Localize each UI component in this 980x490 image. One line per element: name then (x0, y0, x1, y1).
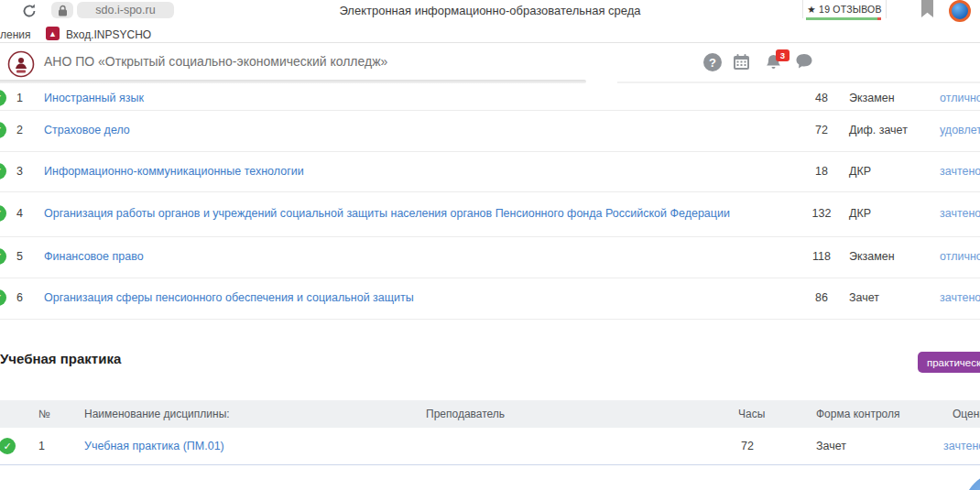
hours-value: 18 (808, 165, 835, 178)
section-title: Учебная практика (0, 351, 121, 366)
control-form: Экзамен (849, 92, 895, 104)
status-check-icon: ✓ (0, 205, 6, 222)
grade-link[interactable]: зачтено (940, 165, 980, 178)
discipline-link[interactable]: Иностранный язык (44, 91, 740, 105)
discipline-link[interactable]: Информационно-коммуникационные технологи… (44, 164, 740, 179)
status-check-icon: ✓ (0, 122, 6, 138)
grade-link[interactable]: отлично (940, 92, 980, 104)
row-number: 3 (16, 165, 23, 178)
col-header-grade: Оценка (953, 408, 980, 420)
row-number: 2 (16, 124, 23, 136)
college-logo-icon[interactable] (7, 50, 35, 78)
bookmark-item-cut[interactable]: ления (0, 28, 31, 41)
edit-fab-button[interactable] (964, 473, 980, 490)
discipline-link[interactable]: Финансовое право (44, 249, 740, 264)
status-check-icon: ✓ (0, 90, 6, 106)
table-row: ✓ 1 Учебная практика (ПМ.01) 72 Зачет за… (0, 428, 980, 465)
help-icon[interactable]: ? (703, 53, 722, 71)
status-check-icon: ✓ (0, 289, 6, 306)
status-check-icon: ✓ (0, 248, 6, 265)
bookmark-item-inpsycho[interactable]: Вход.INPSYCHO (66, 28, 151, 41)
table-header-row: № Наименование дисциплины: Преподаватель… (0, 400, 980, 428)
reviews-badge[interactable]: ★ 19 ОТЗЫВОВ (802, 0, 887, 18)
table-row: ✓ 6 Организация сферы пенсионного обеспе… (0, 278, 980, 320)
bookmarks-bar: ления ▲ Вход.INPSYCHO (0, 25, 980, 43)
control-form: Зачет (816, 440, 846, 452)
grade-link[interactable]: удовлетворительно (940, 124, 980, 136)
table-row: ✓ 2 Страховое дело 72 Диф. зачет удовлет… (0, 110, 980, 152)
row-number: 1 (16, 92, 23, 104)
discipline-link[interactable]: Организация работы органов и учреждений … (44, 206, 740, 221)
status-check-icon: ✓ (0, 438, 16, 454)
col-header-hours: Часы (738, 408, 765, 420)
table-row: ✓ 4 Организация работы органов и учрежде… (0, 191, 980, 237)
hours-value: 132 (808, 207, 835, 220)
col-header-name: Наименование дисциплины: (84, 408, 230, 420)
status-check-icon: ✓ (0, 163, 6, 180)
row-number: 5 (16, 250, 23, 263)
site-header: АНО ПО «Открытый социально-экономический… (0, 46, 980, 82)
col-header-num: № (38, 408, 50, 420)
practice-type-badge: практическое (918, 352, 980, 373)
discipline-link[interactable]: Страховое дело (44, 123, 740, 137)
browser-toolbar: sdo.i-spo.ru Электронная информационно-о… (0, 0, 980, 25)
row-number: 6 (16, 291, 23, 304)
calendar-icon[interactable] (733, 53, 751, 71)
header-shadow (0, 80, 586, 83)
table-row: ✓ 1 Иностранный язык 48 Экзамен отлично (0, 87, 980, 111)
hours-value: 72 (741, 440, 754, 452)
chat-bubble-icon[interactable] (795, 53, 813, 71)
reviews-rating-bar (806, 17, 881, 20)
row-number: 1 (38, 440, 45, 452)
control-form: Диф. зачет (849, 124, 908, 136)
table-row: ✓ 5 Финансовое право 118 Экзамен отлично (0, 236, 980, 278)
college-name: АНО ПО «Открытый социально-экономический… (44, 54, 387, 69)
avatar[interactable] (949, 0, 971, 22)
header-divider (617, 82, 980, 83)
notification-count-badge: 3 (776, 49, 789, 61)
control-form: Экзамен (849, 250, 895, 263)
page: sdo.i-spo.ru Электронная информационно-о… (0, 0, 980, 490)
grade-link[interactable]: зачтено (943, 440, 980, 452)
row-number: 4 (16, 207, 23, 220)
bookmark-favicon-icon[interactable]: ▲ (46, 27, 60, 40)
table-row: ✓ 3 Информационно-коммуникационные техно… (0, 151, 980, 193)
control-form: ДКР (849, 165, 871, 178)
control-form: ДКР (849, 207, 871, 220)
grade-link[interactable]: отлично (940, 250, 980, 263)
grade-link[interactable]: зачтено (940, 291, 980, 304)
discipline-link[interactable]: Организация сферы пенсионного обеспечени… (44, 290, 740, 305)
hours-value: 48 (808, 92, 835, 104)
hours-value: 86 (808, 291, 835, 304)
col-header-control: Форма контроля (816, 408, 900, 420)
control-form: Зачет (849, 291, 879, 304)
col-header-teacher: Преподаватель (426, 408, 505, 420)
discipline-link[interactable]: Учебная практика (ПМ.01) (84, 440, 224, 452)
toolbar-divider (0, 42, 980, 43)
hours-value: 72 (808, 124, 835, 136)
hours-value: 118 (808, 250, 835, 263)
grade-link[interactable]: зачтено (940, 207, 980, 220)
